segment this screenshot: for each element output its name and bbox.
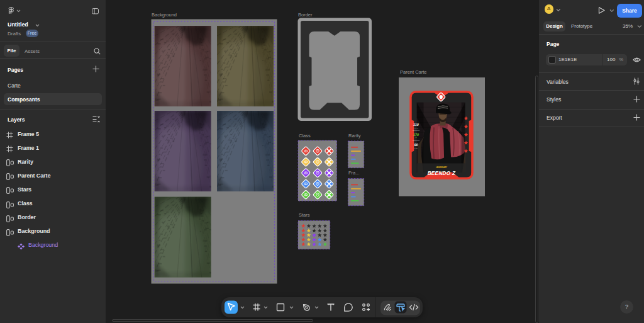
svg-text:LEGENDARY: LEGENDARY — [436, 166, 447, 169]
svg-text:Border: Border — [298, 12, 313, 18]
svg-text:110: 110 — [413, 123, 419, 127]
svg-text:90: 90 — [414, 143, 418, 147]
svg-text:Parent Carte: Parent Carte — [400, 69, 427, 75]
svg-text:170: 170 — [413, 133, 419, 137]
svg-text:Fra...: Fra... — [348, 170, 360, 176]
svg-text:Class: Class — [299, 133, 311, 139]
svg-text:TANK: TANK — [414, 147, 418, 149]
svg-text:Rarity: Rarity — [348, 133, 361, 139]
svg-text:BEENDO Z: BEENDO Z — [428, 171, 456, 176]
svg-text:Background: Background — [152, 12, 177, 18]
svg-text:ATTACK: ATTACK — [414, 127, 419, 128]
svg-text:Stars: Stars — [299, 212, 310, 218]
